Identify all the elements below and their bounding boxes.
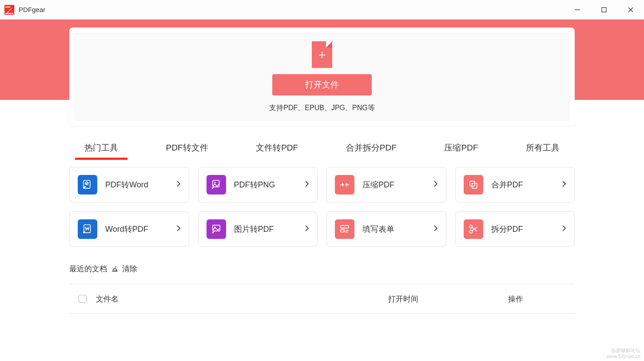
titlebar-left: PDFgear: [4, 5, 45, 15]
tool-merge-pdf[interactable]: 合并PDF: [455, 167, 575, 202]
maximize-button[interactable]: [591, 0, 617, 19]
recent-header: 最近的文档 清除: [69, 264, 575, 274]
tool-fill-form[interactable]: 填写表单: [326, 211, 446, 247]
chevron-right-icon: [176, 225, 181, 234]
tool-label: 填写表单: [362, 224, 433, 234]
tool-label: 图片转PDF: [234, 224, 305, 234]
tab-merge-split[interactable]: 合并拆分PDF: [344, 139, 398, 160]
close-icon: [628, 7, 634, 13]
select-all-checkbox[interactable]: [79, 295, 87, 303]
tool-label: 拆分PDF: [491, 224, 562, 234]
tool-image-to-pdf[interactable]: 图片转PDF: [198, 211, 318, 247]
chevron-right-icon: [176, 180, 181, 189]
clear-label: 清除: [122, 264, 137, 274]
recent-title: 最近的文档: [69, 264, 107, 274]
tool-label: 压缩PDF: [362, 179, 433, 190]
chevron-right-icon: [305, 180, 309, 189]
tab-file-to-pdf[interactable]: 文件转PDF: [254, 139, 300, 160]
svg-rect-16: [212, 225, 219, 231]
word-to-pdf-icon: [78, 219, 97, 239]
pdf-to-png-icon: [207, 175, 226, 194]
column-filename: 文件名: [96, 294, 388, 304]
table-header-row: 文件名 打开时间 操作: [69, 284, 575, 313]
category-tabs: 热门工具 PDF转文件 文件转PDF 合并拆分PDF 压缩PDF 所有工具: [69, 139, 575, 160]
chevron-right-icon: [433, 180, 438, 189]
watermark: 吾爱破解论坛 www.52pojie.cn: [607, 348, 640, 359]
chevron-right-icon: [562, 225, 566, 234]
minimize-icon: [574, 7, 580, 13]
tool-grid: PDF转Word PDF转PNG 压缩PDF 合并PDF Word转PDF: [69, 167, 575, 247]
chevron-right-icon: [433, 225, 438, 234]
svg-rect-1: [602, 8, 606, 12]
svg-line-27: [114, 270, 114, 271]
chevron-right-icon: [305, 225, 309, 234]
tool-label: PDF转PNG: [234, 179, 305, 190]
recent-documents: 最近的文档 清除 文件名 打开时间 操作: [69, 264, 575, 314]
titlebar: PDFgear: [0, 0, 644, 20]
svg-rect-19: [341, 226, 349, 228]
svg-rect-20: [341, 230, 344, 232]
dropzone[interactable]: ＋ 打开文件 支持PDF、EPUB、JPG、PNG等: [75, 33, 569, 121]
broom-icon: [111, 265, 119, 273]
tab-popular-tools[interactable]: 热门工具: [83, 139, 120, 160]
tool-compress-pdf[interactable]: 压缩PDF: [326, 167, 446, 202]
recent-table: 文件名 打开时间 操作: [69, 284, 575, 314]
tool-label: 合并PDF: [491, 179, 562, 190]
maximize-icon: [601, 7, 607, 13]
tab-pdf-to-file[interactable]: PDF转文件: [164, 139, 210, 160]
tab-all-tools[interactable]: 所有工具: [524, 139, 561, 160]
tab-compress-pdf[interactable]: 压缩PDF: [442, 139, 480, 160]
tool-pdf-to-word[interactable]: PDF转Word: [69, 167, 189, 202]
tool-label: Word转PDF: [105, 224, 176, 234]
open-file-card: ＋ 打开文件 支持PDF、EPUB、JPG、PNG等: [69, 28, 575, 126]
column-open-time: 打开时间: [388, 294, 508, 304]
chevron-right-icon: [562, 180, 566, 189]
supported-formats-text: 支持PDF、EPUB、JPG、PNG等: [269, 103, 374, 113]
merge-icon: [464, 175, 483, 194]
svg-point-8: [214, 182, 215, 183]
file-plus-icon: ＋: [312, 41, 332, 68]
close-button[interactable]: [617, 0, 644, 19]
tool-word-to-pdf[interactable]: Word转PDF: [69, 211, 189, 247]
window-controls: [564, 0, 644, 19]
tool-label: PDF转Word: [105, 179, 176, 190]
open-file-button[interactable]: 打开文件: [272, 74, 372, 95]
split-icon: [464, 219, 483, 239]
image-to-pdf-icon: [207, 219, 226, 239]
pdf-to-word-icon: [78, 175, 97, 194]
select-all-cell: [69, 295, 96, 303]
form-icon: [335, 219, 354, 239]
minimize-button[interactable]: [564, 0, 591, 19]
clear-recent-button[interactable]: 清除: [111, 264, 137, 274]
tool-pdf-to-png[interactable]: PDF转PNG: [198, 167, 318, 202]
tool-split-pdf[interactable]: 拆分PDF: [455, 211, 575, 247]
svg-rect-7: [212, 180, 219, 187]
app-logo-icon: [4, 5, 14, 15]
column-action: 操作: [508, 294, 575, 304]
compress-icon: [335, 175, 354, 194]
app-title: PDFgear: [19, 6, 45, 13]
svg-line-29: [116, 270, 117, 271]
